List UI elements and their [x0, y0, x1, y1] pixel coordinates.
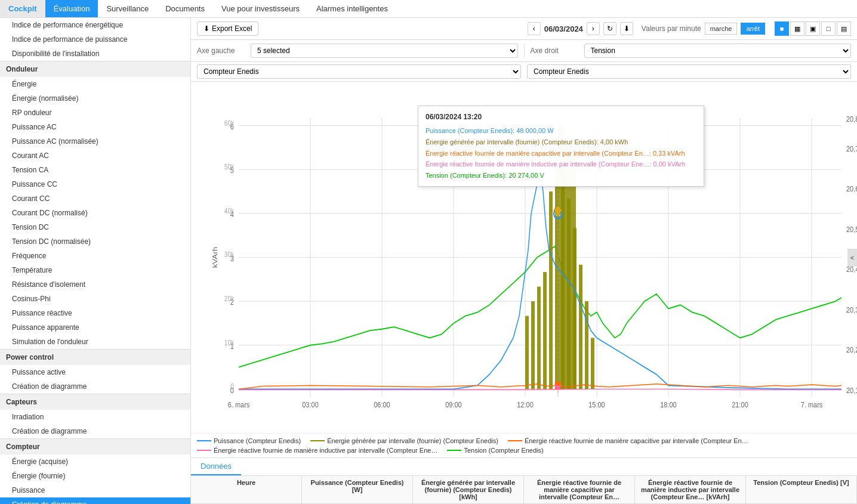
- legend-color-tension: [447, 450, 461, 451]
- tooltip-line-3: Énergie réactive fournie de manière capa…: [426, 148, 696, 159]
- tooltip-line-1: Puissance (Compteur Enedis): 48 000,00 W: [426, 125, 696, 137]
- nav-alarmes[interactable]: Alarmes intelligentes: [308, 0, 396, 17]
- legend-item-puissance: Puissance (Compteur Enedis): [197, 437, 301, 444]
- right-axis-select[interactable]: Tension: [584, 44, 852, 58]
- legend-item-energie: Énergie générée par intervalle (fournie)…: [310, 437, 498, 444]
- chart-legend: Puissance (Compteur Enedis) Énergie géné…: [191, 433, 857, 457]
- sidebar-item-creation-power[interactable]: Création de diagramme: [0, 379, 190, 394]
- view-mode-buttons: ■ ▦ ▣ □ ▤: [775, 21, 851, 36]
- svg-text:20,80k: 20,80k: [846, 115, 857, 123]
- left-axis-select[interactable]: 5 selected: [251, 44, 518, 58]
- toggle-marche-button[interactable]: marche: [705, 23, 738, 35]
- sidebar-item-puissance-reactive[interactable]: Puissance réactive: [0, 306, 190, 320]
- expand-arrow-button[interactable]: <: [847, 249, 857, 267]
- sidebar-item-irradiation[interactable]: Irradiation: [0, 410, 190, 424]
- svg-rect-50: [531, 301, 535, 389]
- svg-text:50k: 50k: [224, 163, 234, 171]
- nav-cockpit[interactable]: Cockpit: [0, 0, 45, 17]
- prev-date-button[interactable]: ‹: [528, 22, 541, 35]
- sidebar-item-temperature[interactable]: Température: [0, 263, 190, 277]
- svg-rect-63: [570, 155, 576, 389]
- svg-text:09:00: 09:00: [445, 400, 462, 409]
- data-tab-donnees[interactable]: Données: [191, 458, 241, 475]
- nav-investisseurs[interactable]: Vue pour investisseurs: [213, 0, 308, 17]
- sidebar-item-tension-ca[interactable]: Tension CA: [0, 163, 190, 177]
- svg-rect-58: [579, 265, 582, 389]
- sidebar-item-puissance-cc[interactable]: Puissance CC: [0, 177, 190, 191]
- svg-text:03:00: 03:00: [302, 400, 319, 409]
- refresh-button[interactable]: ↻: [603, 22, 616, 35]
- svg-text:20,30k: 20,30k: [846, 305, 857, 314]
- data-section: Données Heure Puissance (Compteur Enedis…: [191, 457, 857, 504]
- next-date-button[interactable]: ›: [587, 22, 600, 35]
- legend-color-capacitive: [508, 440, 522, 441]
- col-heure: Heure: [191, 476, 302, 503]
- sidebar-item-puissance-apparente[interactable]: Puissance apparente: [0, 320, 190, 335]
- svg-text:20,50k: 20,50k: [846, 224, 857, 233]
- sidebar-item-puissance-ac-norm[interactable]: Puissance AC (normalisée): [0, 134, 190, 149]
- svg-rect-53: [549, 191, 553, 389]
- svg-rect-52: [543, 272, 547, 389]
- svg-text:10k: 10k: [224, 339, 234, 347]
- sidebar-item-courant-dc-norm[interactable]: Courant DC (normalisé): [0, 206, 190, 220]
- svg-text:30k: 30k: [224, 251, 234, 259]
- view-month-button[interactable]: ▣: [806, 21, 820, 36]
- sidebar-item-tension-dc[interactable]: Tension DC: [0, 220, 190, 234]
- sidebar-item-cosinus[interactable]: Cosinus-Phi: [0, 292, 190, 306]
- svg-text:20k: 20k: [224, 295, 234, 302]
- toolbar: ⬇ Export Excel ‹ 06/03/2024 › ↻ ⬇ Valeur…: [191, 18, 857, 40]
- view-year-button[interactable]: □: [821, 21, 836, 36]
- sidebar-item-rp[interactable]: RP onduleur: [0, 106, 190, 120]
- legend-item-tension: Tension (Compteur Enedis): [447, 447, 543, 454]
- svg-text:12:00: 12:00: [517, 400, 534, 409]
- svg-rect-49: [525, 316, 529, 389]
- col-puissance: Puissance (Compteur Enedis) [W]: [302, 476, 413, 503]
- sidebar-item-tension-dc-norm[interactable]: Tension DC (normalisée): [0, 234, 190, 249]
- nav-documents[interactable]: Documents: [157, 0, 213, 17]
- axis-divider: [524, 44, 525, 58]
- sidebar-item-energie-fournie[interactable]: Énergie (fournie): [0, 469, 190, 483]
- sidebar-item-simulation[interactable]: Simulation de l'onduleur: [0, 335, 190, 349]
- sidebar-section-power-control: Power control: [0, 349, 190, 365]
- toggle-arret-button[interactable]: arrêt: [741, 23, 765, 35]
- sidebar-item-resistance[interactable]: Résistance d'isolement: [0, 277, 190, 292]
- export-excel-button[interactable]: ⬇ Export Excel: [197, 21, 258, 36]
- sidebar-item-puissance-active[interactable]: Puissance active: [0, 365, 190, 379]
- view-week-button[interactable]: ▦: [790, 21, 804, 36]
- view-day-button[interactable]: ■: [775, 21, 789, 36]
- legend-label-puissance: Puissance (Compteur Enedis): [214, 437, 301, 444]
- right-source-select[interactable]: Compteur Enedis: [527, 64, 851, 79]
- content-area: ⬇ Export Excel ‹ 06/03/2024 › ↻ ⬇ Valeur…: [191, 18, 857, 504]
- sidebar-item-perf-energie[interactable]: Indice de performance énergétique: [0, 18, 190, 32]
- sidebar-item-disponibilite[interactable]: Disponibilité de l'installation: [0, 47, 190, 61]
- sidebar-section-capteurs: Capteurs: [0, 394, 190, 410]
- sidebar-item-puissance-ac[interactable]: Puissance AC: [0, 120, 190, 134]
- main-layout: Indice de performance énergétique Indice…: [0, 18, 857, 504]
- svg-text:20,70k: 20,70k: [846, 144, 857, 153]
- download-button[interactable]: ⬇: [620, 22, 633, 35]
- svg-text:6. mars: 6. mars: [228, 400, 250, 409]
- legend-label-inductive: Énergie réactive fournie de manière indu…: [214, 447, 437, 454]
- sidebar-item-creation-diagramme[interactable]: Création de diagramme: [0, 497, 190, 504]
- svg-text:15:00: 15:00: [588, 400, 605, 409]
- tooltip-line-2: Énergie générée par intervalle (fournie)…: [426, 137, 696, 148]
- svg-text:18:00: 18:00: [660, 400, 677, 409]
- sidebar-item-energie-norm[interactable]: Énergie (normalisée): [0, 91, 190, 106]
- sidebar-item-courant-ac[interactable]: Courant AC: [0, 149, 190, 163]
- nav-surveillance[interactable]: Surveillance: [98, 0, 157, 17]
- sidebar-item-puissance-compteur[interactable]: Puissance: [0, 483, 190, 497]
- sidebar-item-energie-acquise[interactable]: Énergie (acquise): [0, 454, 190, 469]
- view-custom-button[interactable]: ▤: [837, 21, 851, 36]
- left-source-select[interactable]: Compteur Enedis: [197, 64, 521, 79]
- sidebar-item-courant-cc[interactable]: Courant CC: [0, 191, 190, 206]
- nav-evaluation[interactable]: Évaluation: [45, 0, 98, 17]
- tooltip-line-5: Tension (Compteur Enedis): 20 274,00 V: [426, 170, 696, 181]
- col-capacitive: Énergie réactive fournie de manière capa…: [524, 476, 635, 503]
- sidebar-item-perf-puissance[interactable]: Indice de performance de puissance: [0, 32, 190, 47]
- svg-text:20,20k: 20,20k: [846, 345, 857, 354]
- sidebar-item-frequence[interactable]: Fréquence: [0, 249, 190, 263]
- svg-rect-59: [585, 301, 588, 389]
- sidebar-item-creation-capteurs[interactable]: Création de diagramme: [0, 424, 190, 438]
- svg-text:kVArh: kVArh: [211, 246, 219, 268]
- sidebar-item-energie[interactable]: Énergie: [0, 77, 190, 91]
